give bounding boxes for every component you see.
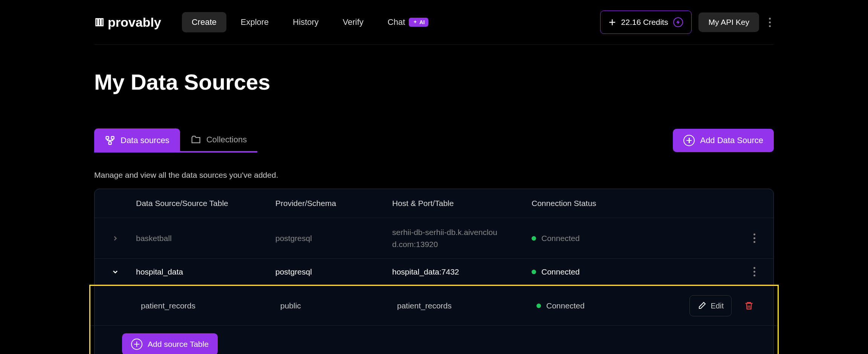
source-name: basketball (136, 234, 275, 243)
col-name: Data Source/Source Table (136, 199, 275, 208)
dots-vertical-icon (769, 18, 771, 27)
svg-rect-2 (101, 19, 103, 26)
status-text: Connected (541, 234, 580, 243)
status-text: Connected (541, 267, 580, 276)
table-header-row: Data Source/Source Table Provider/Schema… (95, 189, 773, 218)
table-row[interactable]: basketball postgresql serhii-db-serhii-d… (95, 218, 773, 258)
pencil-icon (697, 301, 706, 310)
status-dot-icon (536, 304, 541, 308)
svg-rect-5 (109, 142, 112, 145)
brand-name: provably (108, 15, 161, 30)
page-title: My Data Sources (94, 69, 774, 95)
plus-circle-icon (131, 339, 142, 350)
source-name: hospital_data (136, 267, 275, 276)
add-source-table-button[interactable]: Add source Table (122, 333, 218, 354)
expanded-section: patient_records public patient_records C… (89, 285, 779, 354)
brand-logo[interactable]: provably (94, 15, 161, 30)
source-provider: postgresql (275, 234, 392, 243)
svg-rect-1 (99, 19, 101, 26)
dots-vertical-icon (753, 233, 755, 243)
source-host: hospital_data:7432 (392, 267, 532, 276)
delete-button[interactable] (738, 295, 760, 316)
svg-rect-4 (112, 137, 114, 139)
status-dot-icon (532, 270, 536, 274)
data-sources-table: Data Source/Source Table Provider/Schema… (94, 189, 774, 354)
table-name: patient_records (132, 301, 271, 310)
status-dot-icon (532, 236, 536, 241)
tab-collections[interactable]: Collections (180, 128, 258, 153)
bolt-icon (673, 17, 683, 27)
credits-button[interactable]: + 22.16 Credits (600, 11, 692, 34)
page-subtitle: Manage and view all the data sources you… (94, 171, 774, 180)
edit-button[interactable]: Edit (689, 295, 732, 316)
plus-circle-icon (683, 135, 695, 146)
chevron-right-icon[interactable] (112, 235, 119, 242)
nav-chat[interactable]: Chat AI (378, 12, 438, 32)
dots-vertical-icon (753, 267, 755, 276)
api-key-button[interactable]: My API Key (698, 12, 759, 32)
trash-icon (744, 301, 754, 311)
col-host: Host & Port/Table (392, 199, 532, 208)
table-row[interactable]: hospital_data postgresql hospital_data:7… (95, 258, 773, 285)
row-more-button[interactable] (753, 267, 755, 276)
col-provider: Provider/Schema (275, 199, 392, 208)
table-schema: public (271, 301, 388, 310)
ai-badge: AI (409, 18, 428, 27)
source-host: serhii-db-serhii-db.k.aivencloud.com:139… (392, 226, 498, 250)
chevron-down-icon[interactable] (112, 268, 119, 276)
svg-rect-0 (96, 19, 98, 26)
col-status: Connection Status (532, 199, 648, 208)
nav-create[interactable]: Create (182, 12, 226, 32)
logo-icon (94, 17, 105, 27)
table-table: patient_records (388, 301, 527, 310)
folder-icon (191, 134, 201, 145)
table-subrow[interactable]: patient_records public patient_records C… (90, 286, 778, 325)
network-icon (105, 135, 115, 146)
source-provider: postgresql (275, 267, 392, 276)
nav-explore[interactable]: Explore (231, 12, 279, 32)
row-more-button[interactable] (753, 233, 755, 243)
more-menu-button[interactable] (766, 15, 774, 30)
add-data-source-button[interactable]: Add Data Source (673, 129, 774, 152)
nav-verify[interactable]: Verify (333, 12, 373, 32)
status-text: Connected (546, 301, 585, 310)
tab-data-sources[interactable]: Data sources (94, 128, 180, 153)
nav-history[interactable]: History (283, 12, 328, 32)
svg-rect-3 (106, 137, 109, 139)
plus-icon: + (609, 16, 616, 28)
